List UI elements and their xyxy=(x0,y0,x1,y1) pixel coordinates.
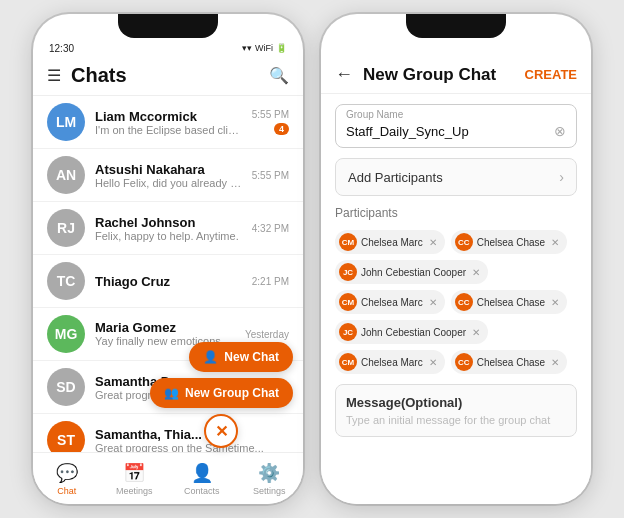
message-label: Message(Optional) xyxy=(346,395,566,410)
chip-name-cc1: Chelsea Chase xyxy=(477,237,545,248)
meetings-nav-label: Meetings xyxy=(116,486,153,496)
chip-name-jc2: John Cebestian Cooper xyxy=(361,327,466,338)
time-display: 12:30 xyxy=(49,43,74,54)
chat-name: Liam Mccormick xyxy=(95,109,242,124)
chip-name-cm1: Chelsea Marc xyxy=(361,237,423,248)
new-chat-button[interactable]: 👤 New Chat xyxy=(189,342,293,372)
chip-chelsea-chase-3[interactable]: CC Chelsea Chase ✕ xyxy=(451,350,567,374)
wifi-icon: WiFi xyxy=(255,43,273,53)
add-participants-button[interactable]: Add Participants › xyxy=(335,158,577,196)
chat-name: Maria Gomez xyxy=(95,320,235,335)
nav-settings[interactable]: ⚙️ Settings xyxy=(236,458,304,500)
avatar: TC xyxy=(47,262,85,300)
fab-close-button[interactable]: ✕ xyxy=(204,414,238,448)
avatar: ST xyxy=(47,421,85,452)
hamburger-icon[interactable]: ☰ xyxy=(47,66,61,85)
avatar: AN xyxy=(47,156,85,194)
bottom-nav: 💬 Chat 📅 Meetings 👤 Contacts ⚙️ Settings xyxy=(33,452,303,504)
chat-meta: 5:55 PM xyxy=(252,170,289,181)
search-icon[interactable]: 🔍 xyxy=(269,66,289,85)
nav-contacts[interactable]: 👤 Contacts xyxy=(168,458,236,500)
avatar: SD xyxy=(47,368,85,406)
chip-chelsea-marc-3[interactable]: CM Chelsea Marc ✕ xyxy=(335,350,445,374)
chip-avatar-jc2: JC xyxy=(339,323,357,341)
chip-chelsea-chase-2[interactable]: CC Chelsea Chase ✕ xyxy=(451,290,567,314)
chat-meta: Yesterday xyxy=(245,329,289,340)
chat-time: 5:55 PM xyxy=(252,170,289,181)
chip-remove-cc1[interactable]: ✕ xyxy=(551,237,559,248)
message-section[interactable]: Message(Optional) Type an initial messag… xyxy=(335,384,577,437)
chip-remove-cc3[interactable]: ✕ xyxy=(551,357,559,368)
meetings-nav-icon: 📅 xyxy=(123,462,145,484)
chat-preview: Felix, happy to help. Anytime. xyxy=(95,230,242,242)
chip-avatar-cc3: CC xyxy=(455,353,473,371)
create-button[interactable]: CREATE xyxy=(525,67,577,82)
settings-nav-label: Settings xyxy=(253,486,286,496)
chip-remove-cm2[interactable]: ✕ xyxy=(429,297,437,308)
chip-name-jc1: John Cebestian Cooper xyxy=(361,267,466,278)
chip-avatar-cm2: CM xyxy=(339,293,357,311)
notch-right xyxy=(406,14,506,38)
new-group-chat-button[interactable]: 👥 New Group Chat xyxy=(150,378,293,408)
chat-name: Rachel Johnson xyxy=(95,215,242,230)
contacts-nav-label: Contacts xyxy=(184,486,220,496)
chat-time: 4:32 PM xyxy=(252,223,289,234)
avatar: MG xyxy=(47,315,85,353)
chat-meta: 4:32 PM xyxy=(252,223,289,234)
chat-info: Atsushi Nakahara Hello Felix, did you al… xyxy=(95,162,242,189)
back-button[interactable]: ← xyxy=(335,64,353,85)
chat-meta: 5:55 PM 4 xyxy=(252,109,289,135)
right-phone: ← New Group Chat CREATE Group Name Staff… xyxy=(321,14,591,504)
chip-name-cc2: Chelsea Chase xyxy=(477,297,545,308)
chat-item[interactable]: TC Thiago Cruz 2:21 PM xyxy=(33,255,303,308)
group-chat-title: New Group Chat xyxy=(363,65,525,85)
nav-meetings[interactable]: 📅 Meetings xyxy=(101,458,169,500)
group-name-field[interactable]: Group Name Staff_Daily_Sync_Up ⊗ xyxy=(335,104,577,148)
chip-remove-cm3[interactable]: ✕ xyxy=(429,357,437,368)
group-name-value: Staff_Daily_Sync_Up xyxy=(346,124,469,139)
new-group-chat-label: New Group Chat xyxy=(185,386,279,400)
status-bar-right xyxy=(321,38,591,56)
chat-info: Rachel Johnson Felix, happy to help. Any… xyxy=(95,215,242,242)
nav-chat[interactable]: 💬 Chat xyxy=(33,458,101,500)
chip-john-2[interactable]: JC John Cebestian Cooper ✕ xyxy=(335,320,488,344)
chat-info: Thiago Cruz xyxy=(95,274,242,289)
status-icons: ▾▾ WiFi 🔋 xyxy=(242,43,287,53)
chat-item[interactable]: LM Liam Mccormick I'm on the Eclipse bas… xyxy=(33,96,303,149)
chat-name: Thiago Cruz xyxy=(95,274,242,289)
chip-john-1[interactable]: JC John Cebestian Cooper ✕ xyxy=(335,260,488,284)
participant-row-5: CM Chelsea Marc ✕ CC Chelsea Chase ✕ xyxy=(335,350,577,374)
chat-info: Liam Mccormick I'm on the Eclipse based … xyxy=(95,109,242,136)
chat-time: Yesterday xyxy=(245,329,289,340)
participant-row-3: CM Chelsea Marc ✕ CC Chelsea Chase ✕ xyxy=(335,290,577,314)
participant-row-4: JC John Cebestian Cooper ✕ xyxy=(335,320,577,344)
chevron-right-icon: › xyxy=(559,169,564,185)
chat-item[interactable]: RJ Rachel Johnson Felix, happy to help. … xyxy=(33,202,303,255)
chat-preview: Hello Felix, did you already look into..… xyxy=(95,177,242,189)
chip-chelsea-marc-1[interactable]: CM Chelsea Marc ✕ xyxy=(335,230,445,254)
settings-nav-icon: ⚙️ xyxy=(258,462,280,484)
notch xyxy=(118,14,218,38)
chip-avatar-jc1: JC xyxy=(339,263,357,281)
chip-remove-cc2[interactable]: ✕ xyxy=(551,297,559,308)
chip-chelsea-marc-2[interactable]: CM Chelsea Marc ✕ xyxy=(335,290,445,314)
chip-remove-jc2[interactable]: ✕ xyxy=(472,327,480,338)
chat-name: Atsushi Nakahara xyxy=(95,162,242,177)
contacts-nav-icon: 👤 xyxy=(191,462,213,484)
new-group-chat-icon: 👥 xyxy=(164,386,179,400)
message-placeholder: Type an initial message for the group ch… xyxy=(346,414,566,426)
avatar: LM xyxy=(47,103,85,141)
clear-field-icon[interactable]: ⊗ xyxy=(554,123,566,139)
participant-row-2: JC John Cebestian Cooper ✕ xyxy=(335,260,577,284)
participants-section-label: Participants xyxy=(335,206,577,220)
chat-item[interactable]: AN Atsushi Nakahara Hello Felix, did you… xyxy=(33,149,303,202)
chip-remove-jc1[interactable]: ✕ xyxy=(472,267,480,278)
chip-remove-cm1[interactable]: ✕ xyxy=(429,237,437,248)
add-participants-label: Add Participants xyxy=(348,170,443,185)
unread-badge: 4 xyxy=(274,123,289,135)
chat-preview: I'm on the Eclipse based client now xyxy=(95,124,242,136)
chip-chelsea-chase-1[interactable]: CC Chelsea Chase ✕ xyxy=(451,230,567,254)
left-phone-content: ☰ Chats 🔍 LM Liam Mccormick I'm on the E… xyxy=(33,56,303,504)
chip-name-cm3: Chelsea Marc xyxy=(361,357,423,368)
fab-area: 👤 New Chat 👥 New Group Chat ✕ xyxy=(150,342,293,448)
